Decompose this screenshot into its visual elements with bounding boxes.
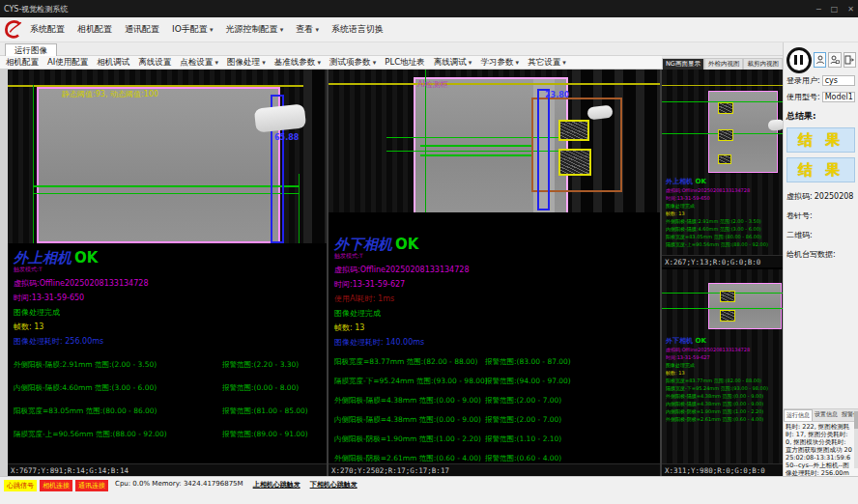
tab-crop-view[interactable]: 裁剪内视图 bbox=[743, 58, 783, 70]
menu-view[interactable]: 查看 bbox=[296, 23, 319, 36]
upper-camera-viewport[interactable]: 静态阈值:93, 动态阈值:100 65.88 bbox=[8, 70, 327, 243]
lower-camera-viewport[interactable]: AI检测框 23.80 bbox=[329, 70, 660, 212]
tool-ai-use-config[interactable]: AI使用配置 bbox=[47, 57, 88, 69]
edge-line-green bbox=[33, 85, 34, 243]
user-lock-button[interactable] bbox=[828, 52, 841, 68]
close-icon[interactable]: ✕ bbox=[847, 5, 854, 14]
frame-count-line: 帧数: 13 bbox=[14, 322, 321, 332]
cpu-memory-readout: Cpu: 0.0% Memory: 3424.41796875M bbox=[115, 480, 243, 488]
menu-comm-config[interactable]: 通讯配置 bbox=[125, 23, 159, 36]
tool-offline-debug[interactable]: 离线调试 bbox=[434, 57, 472, 69]
alarm-range: 报警范围:(1.10 - 2.10) bbox=[485, 434, 561, 444]
measure-text: 内侧阳极-隔膜:4.60mm 范围:(3.00 - 6.00) bbox=[14, 383, 222, 393]
mini-line: 隔膜宽度-下=95.24mm 范围:(93.00 - 98.00) bbox=[666, 384, 780, 392]
tool-plc-address[interactable]: PLC地址表 bbox=[385, 57, 424, 69]
left-gutter bbox=[0, 70, 8, 476]
tab-outer-view[interactable]: 外检内视图 bbox=[704, 58, 744, 70]
statistics-tabs: 运行信息 设置信息 报警信息 bbox=[784, 409, 858, 422]
tool-image-process[interactable]: 图像处理 bbox=[227, 57, 266, 69]
tab-setting-info[interactable]: 设置信息 bbox=[813, 409, 840, 421]
maximize-icon[interactable]: □ bbox=[831, 5, 839, 14]
edge-line-green bbox=[299, 174, 300, 243]
run-log-text: 耗时: 222, 抠图检测耗时: 17, 抠图分类耗时: 0, 抠图模块分类耗时… bbox=[784, 422, 858, 481]
model-label: 使用型号: bbox=[786, 92, 820, 102]
scrollbar-thumb[interactable] bbox=[854, 411, 858, 429]
mini-line: 图像处理完成 bbox=[666, 202, 780, 210]
menu-camera-config[interactable]: 相机配置 bbox=[77, 23, 112, 36]
metal-tab bbox=[767, 119, 783, 131]
mini-line: 外侧阳极-隔膜:2.91mm 范围:(2.00 - 3.50) bbox=[666, 217, 780, 225]
mini-line: 阳极宽度=83.77mm 范围:(82.00 - 88.00) bbox=[666, 377, 780, 384]
pause-button[interactable] bbox=[786, 47, 812, 73]
minimize-icon[interactable]: ─ bbox=[816, 5, 821, 14]
mini-view-bottom-panel: 外下相机 OK 虚拟码:Offline20250208133134728 时间:… bbox=[662, 269, 783, 476]
tool-camera-config[interactable]: 相机配置 bbox=[6, 57, 39, 69]
menu-light-config[interactable]: 光源控制配置 bbox=[226, 23, 284, 36]
lower-camera-results: 外下相机OK 触发模式:T 虚拟码:Offline202502081331347… bbox=[329, 212, 660, 463]
elapsed-line: 图像处理耗时: 140.00ms bbox=[334, 337, 654, 348]
menu-bar: 系统配置 相机配置 通讯配置 IO手配置 光源控制配置 查看 系统语言切换 bbox=[0, 17, 858, 42]
tool-baseline-params[interactable]: 基准线参数 bbox=[274, 57, 321, 69]
model-field[interactable]: Model1 bbox=[822, 92, 855, 102]
upper-camera-heartbeat-link[interactable]: 上相机心跳触发 bbox=[253, 480, 300, 490]
measure-line-green bbox=[420, 145, 531, 147]
login-user-field[interactable]: cys bbox=[822, 75, 855, 86]
camera-name: 外下相机 bbox=[666, 337, 693, 345]
alarm-range: 报警范围:(94.00 - 97.00) bbox=[485, 377, 571, 386]
pixel-coordinate-readout: X:267;Y:13;R:0;G:0;B:0 bbox=[662, 255, 783, 267]
measure-row: 外侧阳极-阴极=2.61mm 范围:(0.60 - 4.00)报警范围:(0.6… bbox=[334, 454, 654, 463]
camera-name: 外下相机 bbox=[334, 236, 392, 253]
tool-spot-check[interactable]: 点检设置 bbox=[180, 57, 218, 69]
mini-view-top-viewport[interactable]: 外上相机 OK 虚拟码:Offline20250208133134728 时间:… bbox=[662, 70, 783, 255]
mini-line: 帧数: 13 bbox=[666, 369, 780, 377]
alarm-range: 报警范围:(2.00 - 7.00) bbox=[485, 415, 561, 425]
tool-camera-debug[interactable]: 相机调试 bbox=[97, 57, 129, 69]
qr-row: 二维码: bbox=[784, 230, 858, 240]
statistics-section: 运行信息 设置信息 报警信息 耗时: 222, 抠图检测耗时: 17, 抠图分类… bbox=[784, 408, 858, 476]
alarm-range: 报警范围:(0.00 - 8.00) bbox=[222, 383, 299, 393]
baseline-yellow bbox=[8, 85, 327, 87]
measure-text: 外侧阳极-隔膜=4.38mm 范围:(0.00 - 9.00) bbox=[334, 396, 485, 406]
user-login-button[interactable] bbox=[814, 52, 826, 68]
measure-text: 隔膜宽度-上=90.56mm 范围:(88.00 - 92.00) bbox=[14, 430, 222, 439]
defect-box bbox=[720, 291, 735, 302]
width-value-label: 65.88 bbox=[274, 133, 299, 142]
elapsed-line: 图像处理耗时: 256.00ms bbox=[14, 336, 321, 347]
measure-text: 阳极宽度=83.05mm 范围:(80.00 - 86.00) bbox=[14, 406, 222, 416]
width-measure-box bbox=[537, 89, 550, 210]
mini-line: 时间:13-31-59-650 bbox=[666, 194, 780, 202]
upper-camera-panel: 静态阈值:93, 动态阈值:100 65.88 外上相机OK 触发模式:T 虚拟… bbox=[8, 70, 327, 476]
tool-other-setting[interactable]: 其它设置 bbox=[528, 57, 566, 69]
tab-ng-display[interactable]: NG画面显示 bbox=[662, 58, 704, 70]
mini-line: 虚拟码:Offline20250208133134728 bbox=[666, 346, 780, 353]
write-to-machine-label: 给机台写数据: bbox=[786, 249, 836, 260]
pixel-coordinate-readout: X:270;Y:2502;R:17;G:17;B:17 bbox=[329, 463, 660, 476]
needle-row: 卷针号: bbox=[784, 210, 858, 221]
mini-line: 外侧阳极-隔膜=4.38mm 范围:(0.00 - 9.00) bbox=[666, 392, 780, 400]
tool-learn-params[interactable]: 学习参数 bbox=[480, 57, 519, 69]
measure-row: 阳极宽度=83.77mm 范围:(82.00 - 88.00)报警范围:(83.… bbox=[334, 357, 654, 367]
mini-line: 内侧阳极-阴极=1.90mm 范围:(1.00 - 2.20) bbox=[666, 407, 780, 415]
tab-run-info[interactable]: 运行信息 bbox=[784, 409, 813, 421]
alarm-range: 报警范围:(83.00 - 87.00) bbox=[485, 357, 571, 367]
pixel-coordinate-readout: X:7677;Y:891;R:14;G:14;B:14 bbox=[8, 463, 327, 476]
tab-strip: 运行图像 bbox=[0, 42, 858, 56]
mini-view-bottom-viewport[interactable]: 外下相机 OK 虚拟码:Offline20250208133134728 时间:… bbox=[662, 269, 783, 463]
measure-text: 外侧阳极-隔膜:2.91mm 范围:(2.00 - 3.50) bbox=[14, 360, 222, 370]
exit-button[interactable] bbox=[844, 52, 856, 68]
process-done-line: 图像处理完成 bbox=[334, 308, 654, 319]
menu-language-switch[interactable]: 系统语言切换 bbox=[331, 23, 384, 36]
mini-line: 外侧阳极-阴极=2.61mm 范围:(0.60 - 4.00) bbox=[666, 415, 780, 423]
measure-row: 内侧阳极-阴极=1.90mm 范围:(1.00 - 2.20)报警范围:(1.1… bbox=[334, 434, 654, 444]
pixel-coordinate-readout: X:311;Y:980;R:0;G:0;B:0 bbox=[662, 463, 783, 476]
measure-line-green bbox=[33, 185, 300, 187]
tool-test-params[interactable]: 测试项参数 bbox=[329, 57, 376, 69]
menu-io-config[interactable]: IO手配置 bbox=[172, 23, 214, 36]
qr-code-label: 二维码: bbox=[786, 230, 813, 240]
alarm-range: 报警范围:(81.00 - 85.00) bbox=[222, 406, 308, 416]
tool-offline-setting[interactable]: 离线设置 bbox=[138, 57, 171, 69]
menu-system-config[interactable]: 系统配置 bbox=[30, 23, 65, 36]
log-scrollbar[interactable] bbox=[854, 409, 858, 468]
defect-box bbox=[718, 129, 733, 141]
lower-camera-heartbeat-link[interactable]: 下相机心跳触发 bbox=[310, 480, 358, 490]
